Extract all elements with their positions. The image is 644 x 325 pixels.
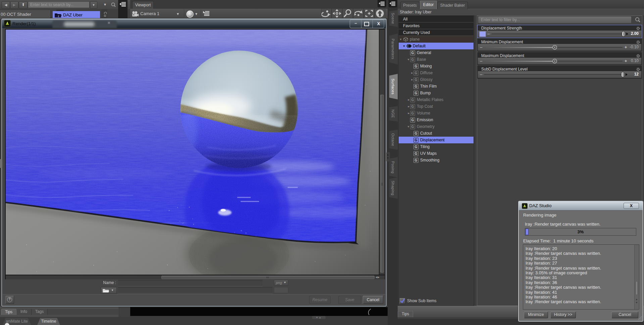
svg-text:S: S [58, 15, 59, 17]
